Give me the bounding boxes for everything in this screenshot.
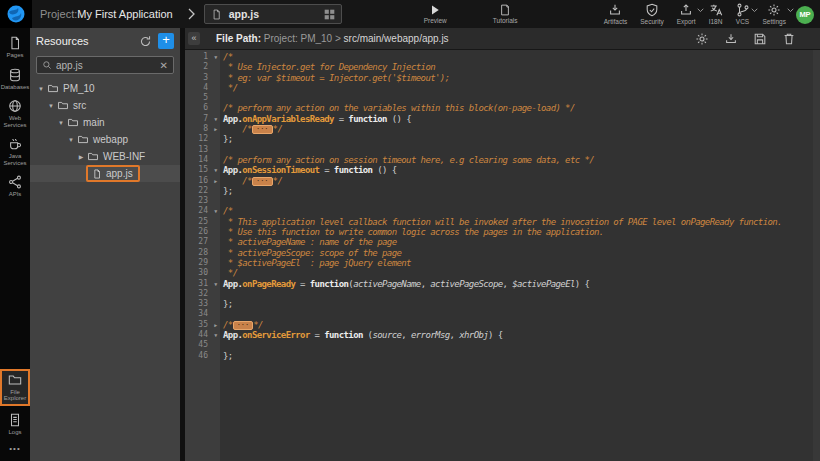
fold-spacer (211, 309, 220, 319)
code-line[interactable]: 15 ▼ App.onSessionTimeout = function () … (185, 165, 820, 175)
fold-toggle[interactable]: ▼ (211, 206, 220, 216)
code-token: activePageScope (430, 279, 502, 289)
code-line[interactable]: 33 }; (185, 299, 820, 309)
code-line[interactable]: 30 */ (185, 268, 820, 278)
security-button[interactable]: Security (640, 3, 663, 25)
code-line[interactable]: 12 }; (185, 134, 820, 144)
tree-item-app.js[interactable]: app.js (30, 165, 180, 182)
close-icon[interactable]: ✕ (160, 60, 168, 71)
code-line[interactable]: 22 }; (185, 186, 820, 196)
chevron-right-icon (187, 8, 196, 20)
sidebar-item-web-services[interactable]: Web Services (0, 99, 30, 128)
code-token: onServiceError (242, 330, 309, 340)
fold-toggle[interactable]: ▶ (211, 176, 220, 186)
code-line[interactable]: 26 * Use this function to write common l… (185, 227, 820, 237)
code-line[interactable]: 29 * $activePageEl : page jQuery element (185, 258, 820, 268)
code-line[interactable]: 16 ▶ /*···*/ (185, 176, 820, 186)
folded-code-placeholder[interactable]: ··· (252, 125, 273, 134)
tree-item-label: app.js (106, 168, 133, 179)
avatar[interactable]: MP (796, 6, 814, 24)
sidebar-item-label: Logs (8, 429, 21, 436)
artifacts-button[interactable]: Artifacts (604, 3, 627, 25)
code-line[interactable]: 7 ▼ App.onAppVariablesReady = function (… (185, 114, 820, 124)
code-line[interactable]: 1 ▼ /* (185, 52, 820, 62)
download-file-button[interactable] (724, 32, 738, 46)
code-token: * This application level callback functi… (223, 217, 782, 227)
grid-icon[interactable] (324, 9, 335, 20)
sidebar-item-logs[interactable]: Logs (0, 413, 30, 436)
activity-bar: Pages Databases Web Services Java Servic… (0, 28, 30, 461)
fold-toggle[interactable]: ▼ (211, 330, 220, 340)
search-input[interactable] (56, 60, 156, 71)
tree-item-main[interactable]: ▼ main (30, 114, 180, 131)
sidebar-item-pages[interactable]: Pages (0, 36, 30, 59)
fold-toggle[interactable]: ▼ (211, 114, 220, 124)
code-line[interactable]: 25 * This application level callback fun… (185, 217, 820, 227)
settings-button[interactable]: Settings (763, 3, 787, 25)
code-line[interactable]: 14 /* perform any action on session time… (185, 155, 820, 165)
tree-item-pm_10[interactable]: ▼ PM_10 (30, 80, 180, 97)
code-line[interactable]: 45 (185, 340, 820, 350)
code-line[interactable]: 3 * eg: var $timeout = Injector.get('$ti… (185, 73, 820, 83)
code-line[interactable]: 34 (185, 309, 820, 319)
tree-expand-arrow[interactable]: ▼ (56, 120, 66, 126)
code-line[interactable]: 4 */ (185, 83, 820, 93)
code-line[interactable]: 28 * activePageScope: scope of the page (185, 248, 820, 258)
i18n-button[interactable]: I18N (709, 3, 723, 25)
tree-item-web-inf[interactable]: ▶ WEB-INF (30, 148, 180, 165)
export-button[interactable]: Export (677, 3, 696, 25)
code-line[interactable]: 6 /* perform any action on the variables… (185, 103, 820, 113)
resource-search[interactable]: ✕ (36, 56, 174, 74)
refresh-icon[interactable] (139, 35, 152, 48)
sidebar-item-java-services[interactable]: Java Services (0, 137, 30, 166)
code-line[interactable]: 5 (185, 93, 820, 103)
fold-toggle[interactable]: ▼ (211, 52, 220, 62)
code-token: */ (223, 268, 237, 278)
add-resource-button[interactable]: + (158, 33, 174, 49)
line-number: 26 (185, 227, 211, 237)
save-file-button[interactable] (753, 32, 767, 46)
translate-icon (709, 3, 723, 17)
tree-expand-arrow[interactable]: ▼ (66, 137, 76, 143)
more-button[interactable]: ••• (9, 444, 20, 453)
delete-file-button[interactable] (782, 32, 796, 46)
tree-expand-arrow[interactable]: ▼ (36, 86, 46, 92)
code-editor[interactable]: 1 ▼ /*2 * Use Injector.get for Dependenc… (185, 50, 820, 461)
tree-item-webapp[interactable]: ▼ webapp (30, 131, 180, 148)
file-settings-button[interactable] (695, 32, 709, 46)
tutorials-button[interactable]: Tutorials (493, 4, 518, 24)
tree-expand-arrow[interactable]: ▶ (76, 153, 86, 160)
code-line[interactable]: 44 ▼ App.onServiceError = function (sour… (185, 330, 820, 340)
sidebar-item-apis[interactable]: APIs (0, 175, 30, 198)
folded-code-placeholder[interactable]: ··· (252, 177, 273, 186)
fold-toggle[interactable]: ▼ (211, 165, 220, 175)
code-line[interactable]: 32 (185, 289, 820, 299)
fold-toggle[interactable]: ▼ (211, 279, 220, 289)
code-line[interactable]: 24 ▼ /* (185, 206, 820, 216)
fold-spacer (211, 93, 220, 103)
tab-appjs[interactable]: app.js (204, 4, 342, 24)
fold-toggle[interactable]: ▶ (211, 124, 220, 134)
code-line[interactable]: 27 * activePageName : name of the page (185, 237, 820, 247)
fold-toggle[interactable]: ▶ (211, 320, 220, 330)
collapse-panel-button[interactable]: « (188, 32, 200, 45)
sidebar-item-file-explorer[interactable]: File Explorer (0, 369, 30, 406)
tree-item-src[interactable]: ▼ src (30, 97, 180, 114)
app-logo[interactable] (0, 0, 32, 28)
code-line[interactable]: 23 (185, 196, 820, 206)
vcs-button[interactable]: VCS (736, 3, 750, 25)
code-line[interactable]: 2 * Use Injector.get for Dependency Inje… (185, 62, 820, 72)
line-number: 44 (185, 330, 211, 340)
folded-code-placeholder[interactable]: ··· (233, 321, 254, 330)
editor-scrollbar[interactable] (813, 50, 820, 461)
preview-button[interactable]: Preview (424, 4, 447, 24)
code-line[interactable]: 13 (185, 145, 820, 155)
tree-expand-arrow[interactable]: ▼ (46, 103, 56, 109)
sidebar-item-databases[interactable]: Databases (0, 68, 30, 91)
code-line[interactable]: 31 ▼ App.onPageReady = function(activePa… (185, 279, 820, 289)
code-line[interactable]: 35 ▶ /*···*/ (185, 320, 820, 330)
code-line[interactable]: 8 ▶ /*···*/ (185, 124, 820, 134)
file-path-bar: « File Path: Project: PM_10 > src/main/w… (185, 28, 820, 50)
code-line[interactable]: 46 }; (185, 351, 820, 361)
code-token: App. (223, 279, 242, 289)
